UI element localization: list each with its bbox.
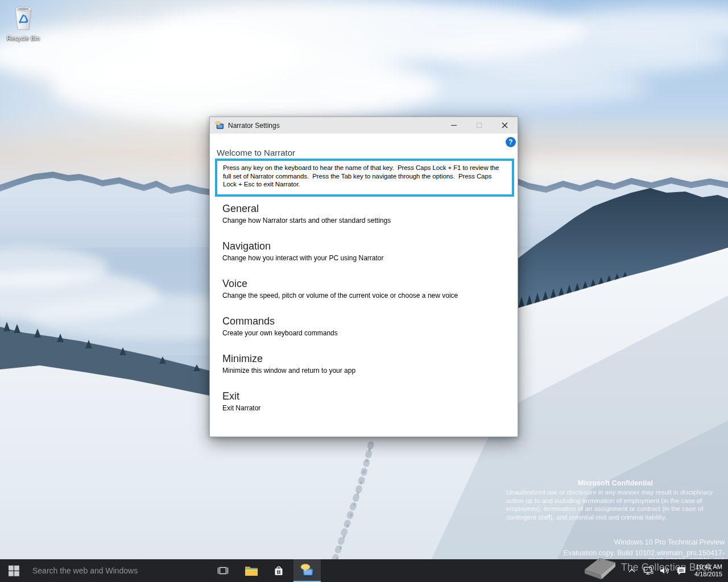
search-placeholder: Search the web and Windows [32, 566, 138, 575]
volume-tray-button[interactable] [659, 559, 671, 582]
menu-item-desc: Change the speed, pitch or volume of the… [222, 292, 510, 300]
menu-item-title: Minimize [222, 352, 510, 365]
maximize-button[interactable] [466, 117, 492, 134]
narrator-icon [300, 563, 315, 579]
recycle-bin-label: Recycle Bin [1, 35, 46, 41]
minimize-button[interactable] [441, 117, 466, 134]
recycle-bin[interactable]: Recycle Bin [1, 3, 46, 41]
close-button[interactable] [492, 117, 518, 134]
confidential-body: Unauthorized use or disclosure in any ma… [506, 488, 725, 521]
menu-item-desc: Change how you interact with your PC usi… [222, 254, 510, 263]
clock-date: 4/18/2015 [694, 571, 722, 578]
menu-item-navigation[interactable]: Navigation Change how you interact with … [222, 240, 510, 277]
narrator-menu: General Change how Narrator starts and o… [222, 202, 510, 427]
folder-icon [245, 565, 258, 576]
welcome-heading: Welcome to Narrator [217, 148, 295, 157]
narrator-taskbar-button[interactable] [293, 559, 321, 582]
windows-logo-icon [9, 566, 19, 576]
help-icon: ? [508, 138, 512, 146]
speaker-icon [660, 566, 670, 575]
tray-chevron-button[interactable] [626, 559, 638, 582]
taskbar-search-input[interactable]: Search the web and Windows [27, 559, 212, 582]
recycle-bin-icon [11, 3, 36, 32]
desktop: Recycle Bin Microsoft Confidential Unaut… [0, 0, 728, 582]
action-center-icon [676, 566, 686, 576]
menu-item-title: Commands [222, 315, 510, 327]
maximize-icon [477, 123, 482, 128]
menu-item-voice[interactable]: Voice Change the speed, pitch or volume … [222, 277, 510, 315]
chevron-up-icon [628, 568, 635, 573]
task-view-button[interactable] [212, 559, 234, 582]
narrator-app-icon [215, 121, 224, 130]
minimize-icon [451, 125, 457, 126]
taskbar: Search the web and Windows [0, 559, 728, 582]
menu-item-title: Voice [222, 277, 510, 290]
close-icon [502, 122, 508, 128]
narrator-settings-window: Narrator Settings ? Welcome to Narrator … [209, 117, 518, 437]
network-icon [643, 566, 653, 575]
system-tray: 10:41 AM 4/18/2015 [626, 559, 728, 582]
network-tray-button[interactable] [643, 559, 654, 582]
taskbar-clock[interactable]: 10:41 AM 4/18/2015 [692, 563, 725, 578]
confidential-title: Microsoft Confidential [506, 479, 725, 487]
menu-item-minimize[interactable]: Minimize Minimize this window and return… [222, 352, 510, 390]
store-button[interactable] [266, 559, 291, 582]
help-button[interactable]: ? [506, 137, 516, 147]
menu-item-title: General [222, 202, 510, 215]
menu-item-title: Navigation [222, 240, 510, 252]
menu-item-desc: Exit Narrator [222, 404, 510, 413]
menu-item-commands[interactable]: Commands Create your own keyboard comman… [222, 315, 510, 352]
windows-edition-label: Windows 10 Pro Technical Preview [506, 538, 725, 546]
menu-item-general[interactable]: General Change how Narrator starts and o… [222, 202, 510, 240]
menu-item-desc: Change how Narrator starts and other sta… [222, 217, 510, 225]
task-view-icon [217, 566, 229, 575]
narrator-intro-box: Press any key on the keyboard to hear th… [215, 159, 514, 197]
confidential-watermark: Microsoft Confidential Unauthorized use … [506, 479, 725, 565]
menu-item-exit[interactable]: Exit Exit Narrator [222, 390, 510, 427]
clock-time: 10:41 AM [694, 563, 722, 571]
action-center-button[interactable] [676, 559, 687, 582]
titlebar[interactable]: Narrator Settings [210, 117, 518, 134]
start-button[interactable] [0, 559, 27, 582]
window-title: Narrator Settings [228, 122, 280, 130]
store-bag-icon [272, 564, 285, 577]
menu-item-desc: Minimize this window and return to your … [222, 367, 510, 375]
file-explorer-button[interactable] [239, 559, 264, 582]
menu-item-title: Exit [222, 390, 510, 402]
menu-item-desc: Create your own keyboard commands [222, 329, 510, 338]
